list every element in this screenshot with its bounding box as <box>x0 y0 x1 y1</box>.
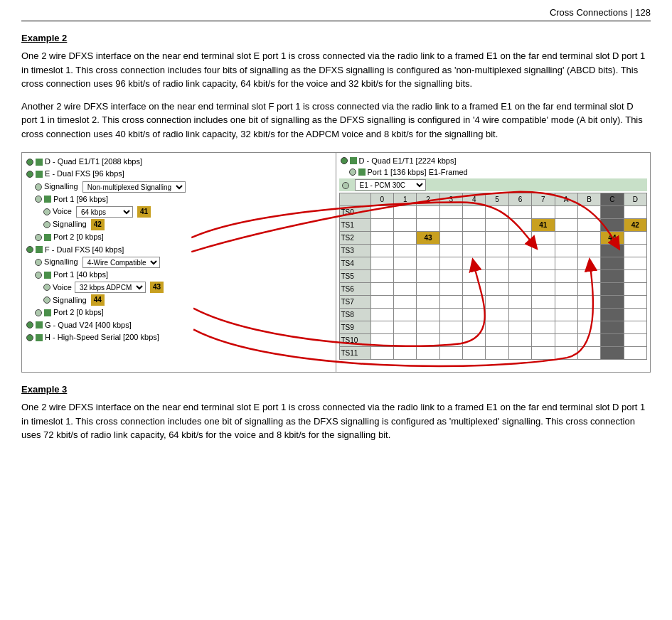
select-signalling-e[interactable]: Non-multiplexed Signalling <box>82 181 186 193</box>
table-row: TS6 <box>339 283 647 296</box>
icon-f-p1 <box>35 272 42 279</box>
select-voice-f[interactable]: 32 kbps ADPCM <box>75 282 146 293</box>
icon-g-sq <box>36 321 43 328</box>
table-row: TS11 <box>339 347 647 360</box>
icon-d-square <box>36 159 43 166</box>
icon-e-p1-sq <box>44 196 51 203</box>
ts2-badge44: 44 <box>601 232 624 245</box>
col-header-5: 5 <box>486 193 508 206</box>
ts5-label: TS5 <box>339 270 370 283</box>
label-f-sig-sub: Signalling <box>53 295 87 306</box>
icon-e1 <box>342 182 349 189</box>
ts9-label: TS9 <box>339 321 370 334</box>
icon-g <box>26 321 33 328</box>
table-row: TS10 <box>339 334 647 347</box>
label-h: H - High-Speed Serial [200 kbps] <box>45 332 159 343</box>
ts1-badge42: 42 <box>624 219 646 232</box>
row-f-sig-sub: Signalling 44 <box>25 294 333 306</box>
label-right-port: Port 1 [136 kbps] E1-Framed <box>368 168 468 176</box>
icon-e-sig-sub <box>43 221 50 228</box>
label-e-voice: Voice <box>53 206 72 217</box>
page-header: Cross Connections | 128 <box>21 7 651 21</box>
label-e-sig-sub: Signalling <box>53 219 87 230</box>
ts2-badge43: 43 <box>417 232 439 245</box>
select-voice-e[interactable]: 64 kbps <box>76 206 133 218</box>
table-row: TS3 <box>339 245 647 257</box>
label-e-sig: Signalling <box>44 181 78 192</box>
col-header-ts <box>339 193 370 206</box>
icon-f-square <box>36 246 43 253</box>
col-header-a: A <box>555 193 577 206</box>
icon-f-voice <box>43 284 50 291</box>
icon-f-p2 <box>35 309 42 316</box>
row-e-signalling: Signalling Non-multiplexed Signalling <box>25 181 333 193</box>
label-f-sig: Signalling <box>44 257 78 267</box>
col-header-d: D <box>624 193 646 206</box>
col-header-4: 4 <box>463 193 486 206</box>
label-e-port1: Port 1 [96 kbps] <box>53 194 108 205</box>
icon-f-sig-sub <box>43 296 50 304</box>
ts6-label: TS6 <box>339 283 370 296</box>
right-panel: D - Quad E1/T1 [2224 kbps] Port 1 [136 k… <box>336 153 651 372</box>
badge-44: 44 <box>91 294 105 306</box>
icon-right-d <box>341 157 348 164</box>
col-header-2: 2 <box>417 193 439 206</box>
row-d-quad: D - Quad E1/T1 [2088 kbps] <box>25 156 333 168</box>
label-d-quad: D - Quad E1/T1 [2088 kbps] <box>45 156 142 167</box>
row-f-signalling: Signalling 4-Wire Compatible <box>25 256 333 269</box>
icon-e-square <box>36 171 43 178</box>
example2-paragraph1: One 2 wire DFXS interface on the near en… <box>21 49 651 91</box>
col-header-6: 6 <box>508 193 531 206</box>
example3-paragraph1: One 2 wire DFXS interface on the near en… <box>21 400 651 442</box>
row-e-sig-sub: Signalling 42 <box>25 218 333 231</box>
table-row: TS5 <box>339 270 647 283</box>
left-panel: D - Quad E1/T1 [2088 kbps] E - Dual FXS … <box>22 153 336 372</box>
table-row: TS1 41 42 <box>339 219 647 232</box>
table-row: TS8 <box>339 309 647 321</box>
row-f-dual: F - Dual FXS [40 kbps] <box>25 244 333 256</box>
icon-e-dual <box>26 171 33 178</box>
row-e-dual: E - Dual FXS [96 kbps] <box>25 168 333 180</box>
table-row: TS7 <box>339 296 647 309</box>
row-e-port2: Port 2 [0 kbps] <box>25 231 333 243</box>
row-e-voice: Voice 64 kbps 41 <box>25 205 333 218</box>
label-e-dual: E - Dual FXS [96 kbps] <box>45 169 124 179</box>
badge-42: 42 <box>91 219 105 230</box>
col-header-0: 0 <box>370 193 393 206</box>
ts7-label: TS7 <box>339 296 370 309</box>
icon-right-port <box>349 169 356 176</box>
row-h: H - High-Speed Serial [200 kbps] <box>25 331 333 343</box>
label-g: G - Quad V24 [400 kbps] <box>45 320 132 331</box>
row-f-port1: Port 1 [40 kbps] <box>25 269 333 281</box>
col-header-7: 7 <box>532 193 555 206</box>
table-row: TS0 <box>339 206 647 219</box>
badge-41: 41 <box>137 206 151 218</box>
badge-43: 43 <box>150 282 164 293</box>
icon-e-sig <box>35 183 42 191</box>
icon-e-p2 <box>35 234 42 241</box>
row-f-port2: Port 2 [0 kbps] <box>25 306 333 319</box>
diagram-wrapper: D - Quad E1/T1 [2088 kbps] E - Dual FXS … <box>21 152 651 373</box>
right-top-d: D - Quad E1/T1 [2224 kbps] <box>339 156 648 166</box>
ts3-label: TS3 <box>339 245 370 257</box>
ts1-label: TS1 <box>339 219 370 232</box>
ts2-label: TS2 <box>339 232 370 245</box>
icon-f-p2-sq <box>44 309 51 316</box>
select-e1[interactable]: E1 - PCM 30C <box>355 179 426 191</box>
label-e-port2: Port 2 [0 kbps] <box>53 232 104 242</box>
select-signalling-f[interactable]: 4-Wire Compatible <box>82 257 160 268</box>
example2-paragraph2: Another 2 wire DFXS interface on the nea… <box>21 100 651 141</box>
icon-right-d-sq <box>350 157 357 164</box>
icon-f-p1-sq <box>44 272 51 279</box>
ts1-badge41: 41 <box>532 219 555 232</box>
ts0-label: TS0 <box>339 206 370 219</box>
right-top-port: Port 1 [136 kbps] E1-Framed <box>339 167 648 177</box>
table-row: TS4 <box>339 257 647 270</box>
right-e1-section: E1 - PCM 30C <box>339 178 648 191</box>
icon-f-sig <box>35 259 42 266</box>
ts11-label: TS11 <box>339 347 370 360</box>
label-f-dual: F - Dual FXS [40 kbps] <box>45 245 124 255</box>
ts4-label: TS4 <box>339 257 370 270</box>
timeslot-grid: 0 1 2 3 4 5 6 7 A B C D <box>339 193 648 360</box>
ts10-label: TS10 <box>339 334 370 347</box>
